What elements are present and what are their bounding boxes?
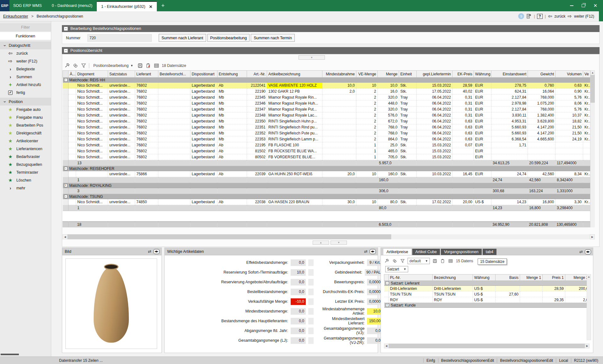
link-icon[interactable]: [392, 258, 397, 264]
column-header-basis[interactable]: Basis: [496, 274, 520, 281]
column-header-bez[interactable]: Bezeichnung: [433, 274, 473, 281]
column-header-satzstatus[interactable]: Satzstatus: [108, 71, 135, 78]
sync-icon[interactable]: ⇄: [364, 249, 368, 254]
scroll-left-icon[interactable]: ◀: [384, 344, 389, 348]
column-header-mindestabnahme[interactable]: Mindestabnahme: [322, 71, 356, 78]
nummer-input[interactable]: 720: [87, 34, 152, 42]
table-row[interactable]: Nico Schmidt...unverände...76802Lagerbes…: [63, 101, 590, 106]
window-tab[interactable]: 0 - Dashboard (menu2): [47, 0, 97, 11]
field-value[interactable]: -10,0: [291, 298, 306, 305]
sidebar-item-freigabe-manu[interactable]: ★Freigabe manu: [0, 113, 51, 121]
back-arrow-icon[interactable]: ⇦: [548, 14, 552, 19]
group-row[interactable]: −Matchcode: TSUNG: [63, 194, 590, 199]
new-tab-button[interactable]: +: [157, 0, 169, 11]
sidebar-section-position[interactable]: ›Position: [0, 98, 51, 106]
tab-vorgangspositionen[interactable]: Vorgangspositionen: [441, 249, 482, 255]
scroll-up-icon[interactable]: ▲: [590, 70, 595, 75]
scroll-right-icon[interactable]: ▶: [585, 344, 589, 348]
splitter-collapse-button[interactable]: ▼: [299, 55, 325, 60]
positionsbearbeitung-dropdown[interactable]: Positionsbearbeitung▼: [92, 63, 134, 68]
sidebar-tab-funktionen[interactable]: Funktionen: [0, 32, 51, 40]
scroll-up-icon[interactable]: ▲: [587, 274, 591, 279]
sidebar-item-belegtexte[interactable]: ›Belegtexte: [0, 65, 51, 73]
column-header-a[interactable]: Ä...: [69, 71, 76, 78]
field-value[interactable]: 10,0: [291, 269, 306, 276]
field-value[interactable]: 0,0000: [367, 298, 382, 305]
window-tab[interactable]: 1 - Einkaufscenter (p532)✕: [97, 1, 157, 11]
table-row[interactable]: Nico Schmidt...unverände...76802Lagerbes…: [63, 148, 590, 154]
sidebar-item-summen[interactable]: ›Summen: [0, 73, 51, 81]
summen-nach-lieferant-button[interactable]: Summen nach Lieferant: [159, 34, 206, 42]
table-row[interactable]: Nico Schmidt...unverände...76802Lagerbes…: [63, 124, 590, 130]
sidebar-item-bezugsquellen[interactable]: ★Bezugsquellen: [0, 160, 51, 168]
collapse-group-icon[interactable]: −: [386, 281, 389, 285]
horizontal-scrollbar[interactable]: ◀ ▶: [384, 344, 589, 348]
scrollbar-thumb[interactable]: [590, 75, 595, 103]
field-value[interactable]: 0,0: [367, 337, 382, 344]
pin-tool-icon[interactable]: [64, 63, 70, 68]
field-value[interactable]: 10,0: [367, 308, 382, 315]
summary-row[interactable]: 135.957,034.613,2520.599,224117,494000: [63, 160, 590, 166]
expand-group-icon[interactable]: +: [386, 303, 389, 307]
column-header-ve[interactable]: Ve: [583, 71, 590, 78]
column-header-dispositionsart[interactable]: Dispositionart: [190, 71, 217, 78]
column-header-menge1[interactable]: Menge 1: [520, 274, 543, 281]
collapse-group-icon[interactable]: −: [64, 78, 68, 82]
vertical-scrollbar[interactable]: ▲: [590, 70, 595, 227]
scrollbar-thumb[interactable]: [389, 344, 585, 348]
column-header-volumen[interactable]: Volumen: [556, 71, 583, 78]
filter-icon[interactable]: [400, 258, 405, 264]
scrollbar-thumb[interactable]: [68, 234, 391, 239]
save-icon[interactable]: [137, 63, 143, 68]
field-value[interactable]: 0,0: [291, 337, 306, 344]
sidebar-item-artikelcenter[interactable]: ★Artikelcenter: [0, 137, 51, 145]
tab-tab4[interactable]: tab4: [483, 249, 496, 255]
column-header-einstandswert[interactable]: Einstandswert: [491, 71, 528, 78]
horizontal-scrollbar[interactable]: ◀ ▶: [63, 234, 595, 239]
column-header-einheit[interactable]: Einheit: [399, 71, 417, 78]
group-row[interactable]: +Satzart: Kunde: [384, 303, 590, 308]
scroll-left-icon[interactable]: ◀: [63, 234, 68, 239]
table-row[interactable]: Nico Schmidt...unverände...76802Lagerbes…: [63, 130, 590, 136]
table-icon[interactable]: [154, 63, 159, 68]
field-value[interactable]: 0,0000: [367, 279, 382, 285]
expand-group-icon[interactable]: +: [64, 184, 68, 187]
table-row[interactable]: Nico Schmidt...unverände...76802Lagerbes…: [63, 118, 590, 124]
column-header-lieferant[interactable]: Lieferant: [135, 71, 158, 78]
table-row[interactable]: TSUN TSUNTSUN TSUNUS-$27,60: [384, 291, 590, 297]
forward-label[interactable]: weiter (F12): [574, 14, 594, 19]
sidebar-item-direktgesch-ft[interactable]: ★Direktgeschäft: [0, 129, 51, 137]
group-row[interactable]: −Matchcode: REIS HH: [63, 78, 590, 83]
tab-artikelpreise[interactable]: Artikelpreise: [383, 249, 411, 255]
field-value[interactable]: 0,0: [291, 308, 306, 315]
breadcrumb-link[interactable]: Einkaufscenter: [3, 14, 28, 19]
collapse-icon[interactable]: −: [64, 27, 68, 31]
table-row[interactable]: Nico Schmidt...unverände...76802Lagerbes…: [63, 83, 590, 89]
field-value[interactable]: 0,0: [291, 289, 306, 295]
sync-icon[interactable]: ⇄: [148, 249, 151, 254]
layout-dropdown[interactable]: default▼: [408, 258, 430, 264]
column-header-ekpreis[interactable]: EK-Preis: [452, 71, 474, 78]
sidebar-item-mehr[interactable]: ›mehr: [0, 184, 51, 192]
help-icon[interactable]: ?: [537, 14, 542, 19]
sidebar-item-fertig[interactable]: ✓fertig: [0, 89, 51, 96]
sync-icon[interactable]: ⇄: [579, 249, 583, 254]
summary-row[interactable]: 180,014,2316,8003,298400: [63, 205, 590, 211]
sidebar-section-dialogschritt[interactable]: ›Dialogschritt: [0, 41, 51, 49]
column-header-waehrung[interactable]: Währung: [473, 274, 496, 281]
field-value[interactable]: 0,0: [291, 259, 306, 266]
table-row[interactable]: Dritt-LieferantenDritt-LieferantenUS-$28…: [384, 286, 590, 291]
table-icon[interactable]: [448, 258, 453, 264]
column-header-menge[interactable]: Menge: [378, 71, 399, 78]
column-header-entstehung[interactable]: Entstehung: [217, 71, 247, 78]
table-row[interactable]: Nico Schmidt...unverände...76802Lagerbes…: [63, 154, 590, 160]
field-value[interactable]: 90 / PAL: [365, 269, 382, 276]
pin-tool-icon[interactable]: [384, 258, 389, 264]
table-row[interactable]: unverände...75866LagerbestandAb22039GA H…: [63, 171, 590, 177]
table-row[interactable]: Nico Schmidt...unverände...76802Lagerbes…: [63, 89, 590, 95]
back-label[interactable]: zurück: [554, 14, 565, 19]
collapse-group-icon[interactable]: −: [64, 195, 68, 198]
collapse-group-icon[interactable]: −: [64, 167, 68, 170]
field-value[interactable]: 150,00: [367, 318, 382, 324]
table-row[interactable]: Nico Schmidt...unverände...76802Lagerbes…: [63, 136, 590, 142]
